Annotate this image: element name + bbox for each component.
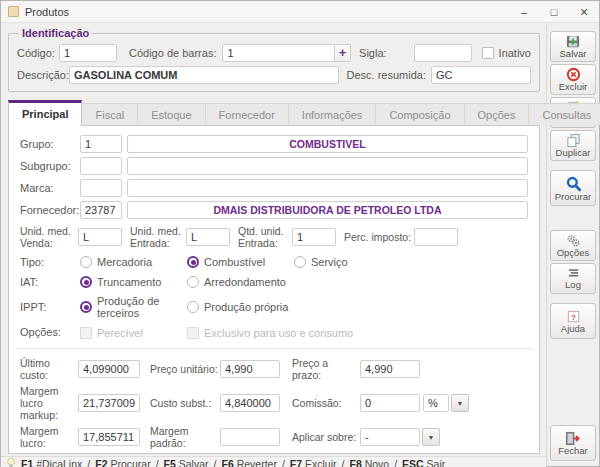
- inativo-checkbox[interactable]: Inativo: [482, 47, 531, 59]
- subgrupo-name-input[interactable]: [127, 157, 528, 175]
- radio-mercadoria[interactable]: Mercadoria: [80, 256, 187, 268]
- radio-producao-propria[interactable]: Produção própria: [187, 301, 294, 313]
- minimize-icon[interactable]: –: [509, 1, 539, 23]
- inativo-label: Inativo: [499, 47, 531, 59]
- comissao-label: Comissão:: [292, 397, 360, 409]
- unid-entrada-input[interactable]: [186, 228, 230, 246]
- unid-entrada-label: Unid. med. Entrada:: [130, 225, 186, 249]
- desc-resumida-input[interactable]: [431, 66, 531, 84]
- hotkey-f5: F5 Salvar: [164, 458, 209, 467]
- qtd-entrada-input[interactable]: [292, 228, 336, 246]
- aplicar-sobre-dropdown-button[interactable]: ▼: [422, 428, 440, 446]
- ajuda-button[interactable]: ? Ajuda: [550, 303, 596, 339]
- preco-prazo-input[interactable]: [360, 360, 420, 378]
- preco-prazo-label: Preço a prazo:: [292, 357, 360, 381]
- opcoes-label: Opções:: [20, 326, 80, 339]
- margem-lucro-input[interactable]: [78, 428, 140, 446]
- marca-row: Marca:: [20, 179, 528, 197]
- tab-composicao[interactable]: Composição: [376, 103, 464, 125]
- codigo-barras-input[interactable]: [222, 44, 335, 62]
- opcoes-button[interactable]: Opções: [550, 230, 596, 261]
- exclusivo-uso-consumo-checkbox[interactable]: Exclusivo para uso e consumo: [187, 327, 353, 339]
- comissao-unit-dropdown-button[interactable]: ▼: [451, 394, 469, 412]
- subgrupo-code-input[interactable]: [80, 157, 122, 175]
- iat-row: IAT: Truncamento Arredondamento: [20, 276, 528, 289]
- close-icon[interactable]: ×: [569, 1, 599, 23]
- desc-resumida-label: Desc. resumida:: [347, 69, 426, 82]
- checkbox-icon: [80, 327, 92, 339]
- radio-icon: [80, 276, 92, 288]
- comissao-unit-box[interactable]: %: [423, 394, 449, 412]
- radio-combustivel[interactable]: Combustível: [187, 256, 294, 268]
- salvar-button[interactable]: Salvar: [550, 31, 596, 62]
- ippt-row: IPPT: Produção de terceiros Produção pró…: [20, 295, 528, 319]
- tab-estoque[interactable]: Estoque: [138, 103, 205, 125]
- margem-markup-row: Margem lucro markup: Custo subst.: Comis…: [20, 385, 528, 421]
- radio-arredondamento[interactable]: Arredondamento: [187, 276, 294, 288]
- radio-icon: [294, 256, 306, 268]
- identificacao-group: Identificação Código: Código de barras: …: [8, 27, 540, 92]
- descricao-input[interactable]: [69, 66, 339, 84]
- comissao-input[interactable]: [360, 394, 420, 412]
- identificacao-row-1: Código: Código de barras: + Sigla: Inati…: [17, 44, 531, 62]
- grupo-label: Grupo:: [20, 138, 80, 151]
- margem-markup-label: Margem lucro markup:: [20, 385, 78, 421]
- radio-icon: [187, 276, 199, 288]
- unid-venda-input[interactable]: [78, 228, 122, 246]
- main-area: Identificação Código: Código de barras: …: [1, 23, 546, 466]
- descricao-label: Descrição:: [17, 69, 69, 82]
- chevron-down-icon: ▼: [428, 434, 435, 441]
- radio-icon: [187, 256, 199, 268]
- grupo-code-input[interactable]: [80, 135, 122, 153]
- duplicar-button[interactable]: Duplicar: [550, 130, 596, 161]
- hotkey-esc: ESC Sair: [402, 458, 445, 467]
- marca-name-input[interactable]: [127, 179, 528, 197]
- codigo-label: Código:: [17, 47, 59, 60]
- radio-icon: [187, 301, 199, 313]
- custo-subst-input[interactable]: [220, 394, 280, 412]
- codigo-barras-label: Código de barras:: [129, 47, 216, 60]
- tab-principal[interactable]: Principal: [8, 100, 82, 126]
- fechar-button[interactable]: Fechar: [550, 425, 596, 461]
- tab-informacoes[interactable]: Informações: [289, 103, 377, 125]
- preco-unitario-input[interactable]: [220, 360, 280, 378]
- statusbar: F1 #DicaLinx / F2 Procurar / F5 Salvar /…: [1, 456, 546, 467]
- excluir-button[interactable]: Excluir: [550, 64, 596, 95]
- custo-row: Último custo: Preço unitário: Preço a pr…: [20, 357, 528, 381]
- radio-truncamento[interactable]: Truncamento: [80, 276, 187, 288]
- margem-lucro-label: Margem lucro:: [20, 425, 78, 449]
- fornecedor-code-input[interactable]: [80, 201, 122, 219]
- ultimo-custo-input[interactable]: [78, 360, 140, 378]
- checkbox-icon: [482, 47, 494, 59]
- identificacao-legend: Identificação: [19, 27, 92, 39]
- fornecedor-name-input[interactable]: [127, 201, 528, 219]
- margem-lucro-row: Margem lucro: Margem padrão: Aplicar sob…: [20, 425, 528, 449]
- procurar-button[interactable]: Procurar: [550, 170, 596, 206]
- ultimo-custo-label: Último custo:: [20, 357, 78, 381]
- fornecedor-label: Fornecedor:: [20, 204, 80, 217]
- ippt-label: IPPT:: [20, 301, 80, 314]
- tab-opcoes[interactable]: Opções: [465, 103, 530, 125]
- log-button[interactable]: Log: [550, 263, 596, 294]
- radio-producao-terceiros[interactable]: Produção de terceiros: [80, 295, 187, 319]
- tab-consultas[interactable]: Consultas: [529, 103, 600, 125]
- sigla-input[interactable]: [414, 44, 472, 62]
- produtos-window: Produtos – □ × Identificação Código: Cód…: [0, 0, 600, 467]
- radio-icon: [80, 256, 92, 268]
- perc-imposto-input[interactable]: [414, 228, 458, 246]
- maximize-icon[interactable]: □: [539, 1, 569, 23]
- tab-fornecedor[interactable]: Fornecedor: [206, 103, 289, 125]
- margem-padrao-input[interactable]: [220, 428, 280, 446]
- sigla-label: Sigla:: [359, 47, 387, 60]
- grupo-name-input[interactable]: [127, 135, 528, 153]
- radio-servico[interactable]: Serviço: [294, 256, 401, 268]
- add-barcode-icon[interactable]: +: [335, 44, 351, 62]
- perecivel-checkbox[interactable]: Perecível: [80, 327, 187, 339]
- unid-venda-label: Unid. med. Venda:: [20, 225, 78, 249]
- aplicar-sobre-select[interactable]: [360, 428, 420, 446]
- codigo-input[interactable]: [59, 44, 117, 62]
- marca-code-input[interactable]: [80, 179, 122, 197]
- iat-label: IAT:: [20, 276, 80, 289]
- tab-fiscal[interactable]: Fiscal: [82, 103, 138, 125]
- margem-markup-input[interactable]: [78, 394, 140, 412]
